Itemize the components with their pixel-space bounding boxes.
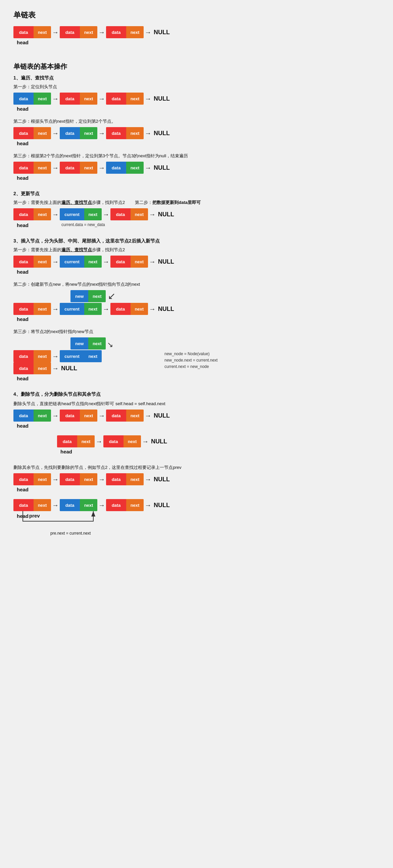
do1n3-data: data xyxy=(106,473,126,485)
i2a1: → xyxy=(52,303,59,315)
i1a3: → xyxy=(149,255,156,268)
op1-step1-label: 第一步：定位到头节点 xyxy=(13,84,232,90)
s2a3: → xyxy=(145,127,151,139)
op2-step1c: 步骤，找到节点2 xyxy=(92,199,125,206)
s3-head: head xyxy=(17,175,232,181)
op1-step1-diagram: data next → data next → data next → NULL… xyxy=(13,93,232,112)
s1n1-next: next xyxy=(34,93,51,105)
i2n3-data: data xyxy=(111,303,130,315)
op4-del-other-after: data next → data next → data next → NULL… xyxy=(13,499,232,536)
i1n3: data next xyxy=(111,255,148,268)
i1-null: NULL xyxy=(158,258,174,265)
s3n2-data: data xyxy=(60,162,80,174)
new-node-data: new xyxy=(70,290,88,302)
dh1n3: data next xyxy=(106,409,144,422)
s1n2-data: data xyxy=(60,93,80,105)
i3a3: → xyxy=(52,362,59,374)
i2a3: → xyxy=(149,303,156,315)
s3n3-data: data xyxy=(106,162,126,174)
u1n2-data: current xyxy=(60,208,84,220)
do2n3-next: next xyxy=(126,499,144,511)
s2n1: data next xyxy=(13,127,51,139)
u1n3: data next xyxy=(111,208,148,220)
op2-step1a: 第一步：需要先按上面的 xyxy=(13,199,61,206)
s3a1: → xyxy=(52,162,59,174)
op3-step3-chain: data next → current next data next → NUL… xyxy=(13,350,161,374)
i2n3-next: next xyxy=(130,303,148,315)
node-3-next: next xyxy=(126,26,144,38)
do2n1-data: data xyxy=(13,499,34,511)
dh1a3: → xyxy=(145,409,151,422)
i2n1-next: next xyxy=(34,303,51,315)
i1n1-next: next xyxy=(34,255,51,268)
s2n2-data: data xyxy=(60,127,80,139)
dh1n3-data: data xyxy=(106,409,126,422)
s2-head: head xyxy=(17,141,232,146)
do2n3-data: data xyxy=(106,499,126,511)
s3n3: data next xyxy=(106,162,144,174)
s2-null: NULL xyxy=(154,130,170,137)
op3-s1b: 遍历、查找节点 xyxy=(61,247,92,252)
s1n3-data: data xyxy=(106,93,126,105)
u1-null: NULL xyxy=(158,211,174,218)
i3-head: head xyxy=(17,376,161,381)
op3-section: 3、插入节点，分为头部、中间、尾部插入，这里在节点2后插入新节点 第一步：需要先… xyxy=(13,238,232,381)
op1-step2-label: 第二步：根据头节点的next指针，定位到第2个节点。 xyxy=(13,118,232,124)
do1a1: → xyxy=(52,473,59,485)
s2n3: data next xyxy=(106,127,144,139)
do2n1-next: next xyxy=(34,499,51,511)
op3-code-annotation: new_node = Node(value) new_node.next = c… xyxy=(164,351,232,370)
dh1n2-data: data xyxy=(60,409,80,422)
op2-diagram: data next → current next → data next → N… xyxy=(13,208,232,228)
bypass-arrow-svg xyxy=(16,511,103,528)
s3n2: data next xyxy=(60,162,97,174)
s3n2-next: next xyxy=(80,162,97,174)
u1n3-data: data xyxy=(111,208,130,220)
do2a3: → xyxy=(145,499,151,511)
do1n3-next: next xyxy=(126,473,144,485)
i3-null: NULL xyxy=(61,365,77,372)
op1-step2-diagram: data next → data next → data next → NULL… xyxy=(13,127,232,146)
op2-title: 2、更新节点 xyxy=(13,191,232,197)
dh2-null: NULL xyxy=(151,438,167,445)
op4-del-other-before: data next → data next → data next → NULL… xyxy=(13,473,232,492)
section-title: 单链表的基本操作 xyxy=(13,62,232,71)
i1n3-data: data xyxy=(111,255,130,268)
s3n1-next: next xyxy=(34,162,51,174)
i3n3-next: next xyxy=(34,362,51,374)
s1a1: → xyxy=(52,93,59,105)
i2-null: NULL xyxy=(158,306,174,313)
do2n3: data next xyxy=(106,499,144,511)
node-2-next: next xyxy=(80,26,97,38)
do2n2-data: data xyxy=(60,499,80,511)
u1a3: → xyxy=(149,208,156,220)
arrow-1: → xyxy=(52,26,59,38)
s3n3-next: next xyxy=(126,162,144,174)
i3n1-next: next xyxy=(34,350,51,362)
i2-head: head xyxy=(17,316,232,322)
node-3-data: data xyxy=(106,26,126,38)
s3-null: NULL xyxy=(154,164,170,172)
node-1-next: next xyxy=(34,26,51,38)
u1a1: → xyxy=(52,208,59,220)
do2n1: data next xyxy=(13,499,51,511)
do2n2-next: next xyxy=(80,499,97,511)
op2-step-label: 第一步：需要先按上面的 遍历、查找节点 步骤，找到节点2 第二步： 把数据更新到… xyxy=(13,199,232,206)
u1-head: head xyxy=(17,222,29,228)
op2-section: 2、更新节点 第一步：需要先按上面的 遍历、查找节点 步骤，找到节点2 第二步：… xyxy=(13,191,232,228)
dh1n2: data next xyxy=(60,409,97,422)
do1n2-next: next xyxy=(80,473,97,485)
do2n2: data next xyxy=(60,499,97,511)
pre-next-label: pre.next = current.next xyxy=(50,531,232,536)
op4-title: 4、删除节点，分为删除头节点和其余节点 xyxy=(13,392,232,398)
intro-chain-diagram: data next → data next → data next → NULL… xyxy=(13,26,232,45)
op4-section: 4、删除节点，分为删除头节点和其余节点 删除头节点，直接把链表head节点指向n… xyxy=(13,392,232,536)
i3n2: current next xyxy=(60,350,102,362)
s3n1-data: data xyxy=(13,162,34,174)
dh1n1-data: data xyxy=(13,409,34,422)
node-2: data next xyxy=(60,26,97,38)
dh2n2: data next xyxy=(103,435,141,447)
op3-step1-diagram: data next → current next → data next → N… xyxy=(13,255,232,275)
do1n2: data next xyxy=(60,473,97,485)
do1a3: → xyxy=(145,473,151,485)
